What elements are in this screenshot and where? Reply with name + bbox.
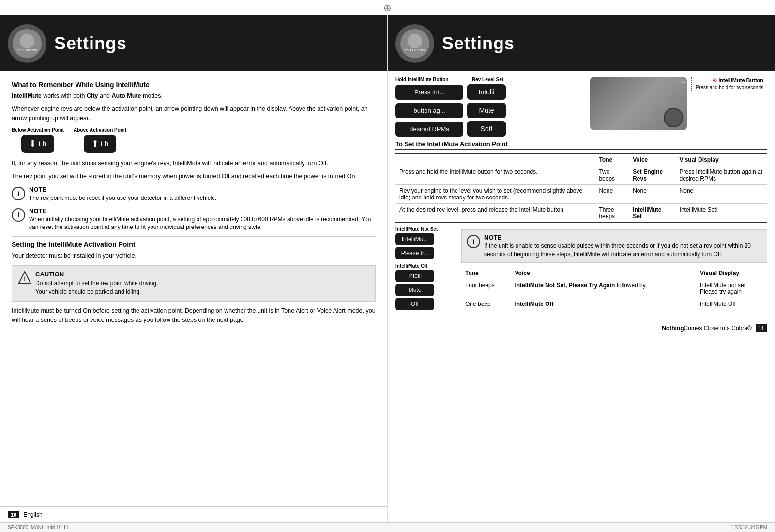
para1-text: works with both (43, 92, 87, 99)
left-footer-left: 10 English (8, 511, 43, 518)
caution-content: CAUTION Do not attempt to set the rev po… (35, 271, 158, 296)
table1-row1-col3: None (676, 185, 767, 204)
table1-row2-col3: IntelliMute Set! (676, 204, 767, 223)
table1-row0-col0: Press and hold the IntelliMute button fo… (395, 166, 595, 185)
below-label: Below Activation Point (12, 127, 64, 133)
table2-col2-header: Visual Display (696, 267, 767, 279)
step-row-2: desired RPMs Set! (395, 121, 511, 137)
table1-row2-col1: Three beeps (595, 204, 629, 223)
note1-title: NOTE (29, 186, 376, 193)
ib-label: IntelliMute Button (718, 77, 763, 83)
left-logo-text: Your Detector (17, 48, 38, 52)
not-set-screens: IntelliMu... Please tr... (395, 233, 454, 259)
not-set-screen-0: IntelliMu... (395, 233, 434, 245)
table2-row0-col1: IntelliMute Not Set, Please Try Again fo… (511, 279, 696, 298)
note-not-set-box: i NOTE If the unit is unable to sense us… (461, 229, 767, 263)
caution-box: ! CAUTION Do not attempt to set the rev … (12, 265, 376, 302)
down-arrow-icon: ⬇ (29, 138, 36, 149)
note1-icon: i (12, 187, 25, 200)
main-heading: What to Remember While Using IntelliMute (12, 81, 376, 89)
detector-with-note: DSM ⊙ IntelliMute Button Press and hold … (590, 77, 767, 130)
status-displays-area: IntelliMute Not Set IntelliMu... Please … (395, 227, 454, 314)
not-set-screen-1: Please tr... (395, 247, 434, 259)
intellimute-button-note: ⊙ IntelliMute Button Press and hold for … (691, 77, 767, 91)
table1-row0-col1: Two beeps (595, 166, 629, 185)
note2-content: NOTE When initially choosing your Intell… (29, 207, 376, 232)
print-footer: SPX5500_MANL.indd 10-11 12/5/12 3:15 PM (0, 522, 775, 532)
note-not-set-text: If the unit is unable to sense usable pu… (484, 242, 762, 258)
off-screen-0: Intelli (395, 270, 434, 282)
top-area: Hold IntelliMute Button Rev Level Set Pr… (395, 77, 767, 137)
right-logo: Your Detector (395, 24, 434, 63)
below-text: i h (38, 140, 46, 148)
rev-level-label: Rev Level Set (472, 77, 511, 82)
left-page-content: What to Remember While Using IntelliMute… (0, 71, 387, 506)
right-logo-text: Your Detector (405, 48, 425, 52)
caution-triangle-icon: ! (18, 271, 31, 284)
caution-line2: Your vehicle should be parked and idling… (35, 288, 158, 296)
left-page-title: Settings (54, 33, 127, 54)
table1-row-2: At the desired rev level, press and rele… (395, 204, 767, 223)
para4: The rev point you set will be stored in … (12, 172, 376, 181)
table2-row0-col1-suffix: followed by (617, 282, 646, 289)
right-bottom-row: IntelliMute Not Set IntelliMu... Please … (395, 227, 767, 314)
step-rows: Press Int... Intelli button ag... Mute d… (395, 84, 511, 137)
para1-and: and (100, 92, 111, 99)
note1-text: The rev point must be reset if you use y… (29, 194, 376, 202)
note-not-set-content: NOTE If the unit is unable to sense usab… (484, 234, 762, 258)
para3: If, for any reason, the unit stops sensi… (12, 159, 376, 168)
above-arrow-box: Above Activation Point ⬆ i h (74, 127, 126, 153)
city-label: City (87, 92, 98, 99)
note-and-table2: i NOTE If the unit is unable to sense us… (461, 227, 767, 314)
right-page-header: Your Detector Settings (388, 15, 775, 71)
table1-row1-col2: None (629, 185, 675, 204)
table1-row-0: Press and hold the IntelliMute button fo… (395, 166, 767, 185)
setting-heading: Setting the IntelliMute Activation Point (12, 241, 376, 248)
print-date-info: 12/5/12 3:15 PM (732, 525, 767, 530)
para5: IntelliMute must be turned On before set… (12, 306, 376, 325)
table2-row0-col1-bold: IntelliMute Not Set, Please Try Again (515, 282, 615, 289)
caution-title: CAUTION (35, 271, 158, 278)
right-page-content: Hold IntelliMute Button Rev Level Set Pr… (388, 71, 775, 320)
table2-col1-header: Voice (511, 267, 696, 279)
intellimute-label: IntelliMute (12, 92, 42, 99)
table1-col1-header: Tone (595, 154, 629, 166)
note2-title: NOTE (29, 207, 376, 214)
table2-row1-col1: IntelliMute Off (511, 298, 696, 310)
off-screen-2: Off (395, 298, 434, 310)
table2-row0-col0: Four beeps (461, 279, 511, 298)
off-screens: Intelli Mute Off (395, 270, 454, 310)
print-file-info: SPX5500_MANL.indd 10-11 (8, 525, 69, 530)
off-label: IntelliMute Off (395, 263, 454, 269)
left-page-header: Your Detector Settings (0, 15, 387, 71)
table1: Tone Voice Visual Display Press and hold… (395, 153, 767, 223)
below-display: ⬇ i h (21, 135, 54, 153)
step-labels-row: Hold IntelliMute Button Rev Level Set (395, 77, 511, 82)
table1-row-1: Rev your engine to the level you wish to… (395, 185, 767, 204)
table2-row-1: One beep IntelliMute Off IntelliMute Off (461, 298, 767, 310)
table2-row-0: Four beeps IntelliMute Not Set, Please T… (461, 279, 767, 298)
table2-row1-col1-bold: IntelliMute Off (515, 301, 553, 307)
note-not-set-title: NOTE (484, 234, 762, 241)
note2-text: When initially choosing your IntelliMute… (29, 215, 376, 232)
note2-box: i NOTE When initially choosing your Inte… (12, 207, 376, 232)
left-footer-language: English (23, 511, 42, 518)
step-1-screen: Mute (467, 103, 506, 118)
table1-row1-col1: None (595, 185, 629, 204)
auto-mute-label: Auto Mute (111, 92, 141, 99)
above-text: i h (101, 140, 108, 148)
above-label: Above Activation Point (74, 127, 126, 133)
not-set-label: IntelliMute Not Set (395, 227, 454, 232)
step-0-button: Press Int... (395, 85, 463, 100)
left-logo: Your Detector (8, 24, 46, 63)
step-2-screen: Set! (467, 121, 506, 137)
table1-row2-col2: IntelliMute Set (629, 204, 675, 223)
right-page-footer: Nothing Comes Close to a Cobra® 11 (388, 320, 775, 336)
step-row-1: button ag... Mute (395, 103, 511, 118)
steps-area: Hold IntelliMute Button Rev Level Set Pr… (395, 77, 511, 137)
caution-line1: Do not attempt to set the rev point whil… (35, 279, 158, 288)
table1-header-row: Tone Voice Visual Display (395, 154, 767, 166)
right-footer: Nothing Comes Close to a Cobra® 11 (662, 324, 767, 332)
up-arrow-icon: ⬆ (91, 138, 99, 149)
left-page-number: 10 (8, 511, 19, 518)
